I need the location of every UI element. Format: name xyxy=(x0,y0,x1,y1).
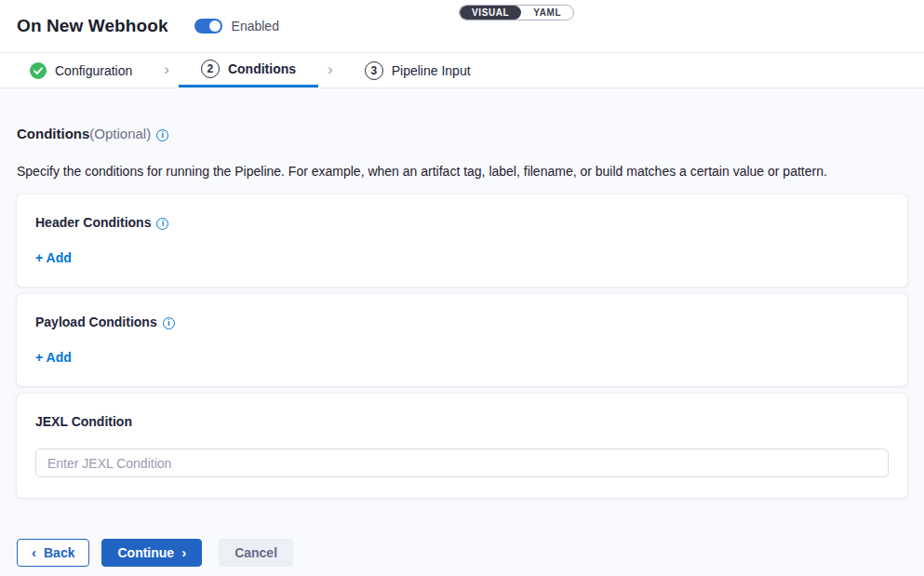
wizard-footer: ‹ Back Continue › Cancel xyxy=(17,539,907,567)
chevron-right-icon: › xyxy=(328,53,333,87)
payload-conditions-title: Payload Conditionsi xyxy=(35,315,889,329)
continue-button-label: Continue xyxy=(117,545,174,560)
header-conditions-title-text: Header Conditions xyxy=(35,215,151,230)
conditions-panel: Conditions(Optional)i Specify the condit… xyxy=(0,88,924,576)
chevron-right-icon: › xyxy=(181,545,186,560)
optional-label: (Optional) xyxy=(89,126,151,141)
step-pipeline-input[interactable]: 3 Pipeline Input xyxy=(342,53,493,87)
yaml-tab[interactable]: YAML xyxy=(521,6,573,20)
add-payload-condition-button[interactable]: + Add xyxy=(35,350,72,365)
add-header-condition-button[interactable]: + Add xyxy=(35,250,72,265)
visual-tab[interactable]: VISUAL xyxy=(460,6,521,20)
chevron-right-icon: › xyxy=(164,53,169,87)
jexl-condition-card: JEXL Condition xyxy=(17,394,907,498)
step-configuration-label: Configuration xyxy=(55,63,132,78)
section-heading-text: Conditions xyxy=(17,126,89,141)
continue-button[interactable]: Continue › xyxy=(101,539,202,567)
step-conditions-label: Conditions xyxy=(228,61,296,76)
chevron-left-icon: ‹ xyxy=(32,545,36,560)
step-conditions[interactable]: 2 Conditions xyxy=(179,53,318,87)
step-pipeline-input-label: Pipeline Input xyxy=(392,63,471,78)
payload-conditions-title-text: Payload Conditions xyxy=(35,315,157,329)
back-button-label: Back xyxy=(44,545,74,560)
page-title: On New Webhook xyxy=(17,16,168,36)
back-button[interactable]: ‹ Back xyxy=(17,539,89,567)
step-number-badge: 3 xyxy=(365,61,383,80)
jexl-condition-title: JEXL Condition xyxy=(35,414,889,429)
section-heading: Conditions(Optional)i xyxy=(17,126,907,142)
step-number-badge: 2 xyxy=(201,60,220,78)
visual-yaml-switch: VISUAL YAML xyxy=(459,5,574,20)
info-icon[interactable]: i xyxy=(156,218,168,230)
toggle-knob xyxy=(209,20,221,32)
wizard-stepper: Configuration › 2 Conditions › 3 Pipelin… xyxy=(0,53,924,88)
info-icon[interactable]: i xyxy=(163,317,175,329)
cancel-button[interactable]: Cancel xyxy=(219,539,293,567)
jexl-condition-input[interactable] xyxy=(35,449,889,477)
section-description: Specify the conditions for running the P… xyxy=(17,165,907,178)
enabled-toggle[interactable] xyxy=(194,19,222,33)
page-header: On New Webhook Enabled VISUAL YAML xyxy=(0,0,924,53)
header-conditions-title: Header Conditionsi xyxy=(35,215,889,230)
step-configuration[interactable]: Configuration xyxy=(17,53,154,87)
info-icon[interactable]: i xyxy=(156,129,168,141)
payload-conditions-card: Payload Conditionsi + Add xyxy=(17,294,907,386)
header-conditions-card: Header Conditionsi + Add xyxy=(17,194,907,287)
check-circle-icon xyxy=(30,62,47,79)
enabled-toggle-label: Enabled xyxy=(232,19,279,33)
cancel-button-label: Cancel xyxy=(234,545,277,560)
